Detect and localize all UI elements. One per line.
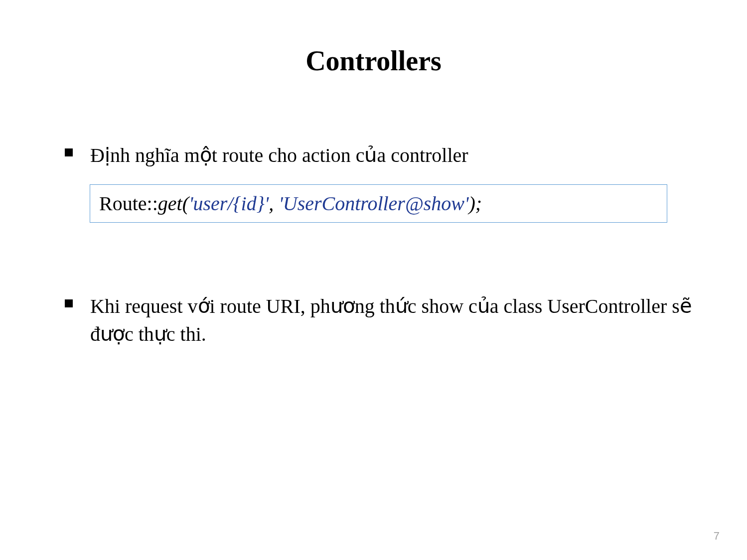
page-number: 7 bbox=[714, 530, 720, 543]
code-snippet: Route::get('user/{id}', 'UserController@… bbox=[99, 192, 482, 215]
bullet-item-2: Khi request với route URI, phương thức s… bbox=[50, 292, 697, 348]
code-arg-2: 'UserController@show' bbox=[279, 192, 468, 215]
bullet-text-2: Khi request với route URI, phương thức s… bbox=[90, 292, 697, 348]
bullet-text-1: Định nghĩa một route cho action của cont… bbox=[90, 141, 468, 169]
code-suffix: ); bbox=[469, 192, 482, 215]
slide-title: Controllers bbox=[50, 45, 697, 77]
slide-container: Controllers Định nghĩa một route cho act… bbox=[0, 0, 747, 560]
code-class-prefix: Route:: bbox=[99, 192, 158, 215]
square-bullet-icon bbox=[65, 299, 73, 307]
code-separator: , bbox=[269, 192, 279, 215]
square-bullet-icon bbox=[65, 148, 73, 156]
code-arg-1: 'user/{id}' bbox=[189, 192, 269, 215]
code-method: get( bbox=[158, 192, 189, 215]
bullet-item-1: Định nghĩa một route cho action của cont… bbox=[50, 141, 697, 169]
code-example-box: Route::get('user/{id}', 'UserController@… bbox=[90, 184, 667, 223]
